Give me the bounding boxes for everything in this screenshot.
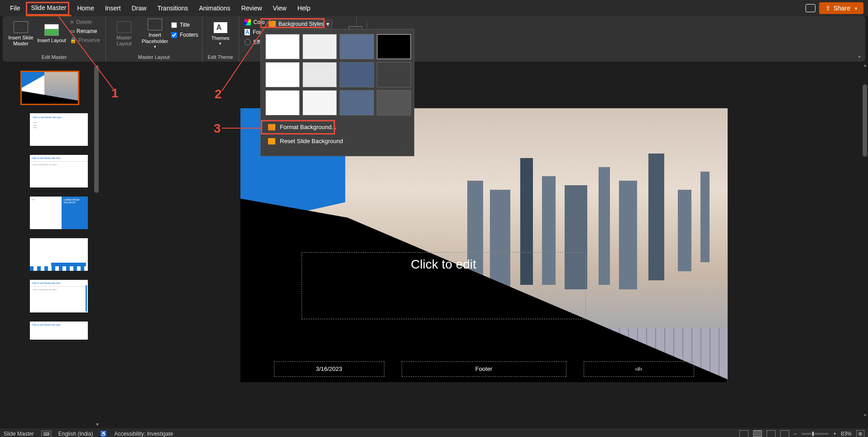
delete-button: ✕Delete bbox=[68, 18, 102, 26]
share-label: Share bbox=[834, 5, 850, 12]
status-accessibility[interactable]: Accessibility: Investigate bbox=[114, 431, 173, 437]
bg-swatch-5[interactable] bbox=[265, 62, 300, 87]
fit-to-window-button[interactable]: ⊕ bbox=[856, 430, 864, 437]
annotation-num-2: 2 bbox=[215, 87, 222, 101]
thumbnail-panel: ▴ Click to edit Master title style • tex… bbox=[0, 62, 100, 428]
share-button[interactable]: ⇧ Share ▾ bbox=[819, 2, 863, 14]
share-icon: ⇧ bbox=[825, 5, 831, 12]
master-thumbnail[interactable] bbox=[20, 71, 79, 105]
zoom-out-button[interactable]: − bbox=[794, 431, 797, 437]
slide-edit-area: Click to edit 3/16/2023 Footer ‹#› ▴ ▾ bbox=[100, 62, 868, 428]
rename-button[interactable]: ▭Rename bbox=[68, 27, 102, 35]
bg-swatch-12[interactable] bbox=[377, 90, 411, 115]
bg-swatch-10[interactable] bbox=[302, 90, 337, 115]
bg-swatch-11[interactable] bbox=[340, 90, 374, 115]
background-swatch-grid bbox=[264, 32, 411, 117]
tab-draw[interactable]: Draw bbox=[126, 1, 152, 15]
title-placeholder[interactable]: Click to edit bbox=[302, 252, 586, 319]
chevron-down-icon: ▾ bbox=[219, 41, 221, 46]
tab-review[interactable]: Review bbox=[236, 1, 268, 15]
slideshow-button[interactable] bbox=[780, 430, 789, 437]
layout-thumbnail-5[interactable]: Click to edit Master title style • Click… bbox=[30, 280, 88, 312]
group-edit-theme: A Themes ▾ Edit Theme bbox=[202, 16, 239, 62]
comments-icon[interactable] bbox=[806, 4, 815, 12]
bg-swatch-1[interactable] bbox=[265, 34, 300, 59]
bg-swatch-3[interactable] bbox=[340, 34, 374, 59]
reset-background-icon bbox=[268, 138, 275, 144]
background-styles-button[interactable]: Background Styles ▾ bbox=[265, 19, 333, 29]
layout-thumbnail-1[interactable]: Click to edit Master title style • text•… bbox=[30, 113, 88, 146]
tab-slide-master[interactable]: Slide Master bbox=[26, 0, 72, 16]
accessibility-icon: ♿ bbox=[100, 431, 107, 437]
footer-placeholder[interactable]: Footer bbox=[402, 361, 566, 377]
group-edit-master: Insert Slide Master Insert Layout ✕Delet… bbox=[3, 16, 106, 62]
layout-icon bbox=[44, 24, 59, 36]
insert-placeholder-button[interactable]: Insert Placeholder ▾ bbox=[140, 18, 169, 50]
slide-number-placeholder[interactable]: ‹#› bbox=[584, 361, 694, 377]
annotation-num-3: 3 bbox=[214, 121, 221, 136]
keyboard-icon[interactable]: ⌨ bbox=[41, 431, 51, 437]
effects-icon bbox=[245, 39, 251, 45]
menubar: File Slide Master Home Insert Draw Trans… bbox=[0, 0, 868, 16]
status-language[interactable]: English (India) bbox=[58, 431, 93, 437]
slide-scrollbar[interactable]: ▴ ▾ bbox=[861, 62, 868, 428]
bg-swatch-9[interactable] bbox=[265, 90, 300, 115]
tab-transitions[interactable]: Transitions bbox=[152, 1, 193, 15]
background-styles-icon bbox=[269, 21, 276, 27]
group-master-layout: Master Layout Insert Placeholder ▾ Title… bbox=[106, 16, 202, 62]
chevron-down-icon: ▾ bbox=[326, 21, 329, 27]
ribbon: Insert Slide Master Insert Layout ✕Delet… bbox=[3, 16, 865, 62]
title-checkbox[interactable]: Title bbox=[171, 22, 198, 28]
fonts-icon: A bbox=[245, 29, 250, 35]
tab-help[interactable]: Help bbox=[292, 1, 316, 15]
tab-file[interactable]: File bbox=[5, 1, 26, 15]
workspace: ▴ Click to edit Master title style • tex… bbox=[0, 62, 868, 428]
zoom-slider[interactable] bbox=[801, 433, 829, 435]
bg-swatch-7[interactable] bbox=[340, 62, 374, 87]
thumbnail-scrollbar-thumb[interactable] bbox=[94, 66, 99, 193]
tab-insert[interactable]: Insert bbox=[100, 1, 126, 15]
scroll-down-icon[interactable]: ▾ bbox=[864, 413, 866, 418]
normal-view-button[interactable] bbox=[739, 430, 748, 437]
date-placeholder[interactable]: 3/16/2023 bbox=[274, 361, 384, 377]
bg-swatch-4[interactable] bbox=[377, 34, 411, 59]
tab-animations[interactable]: Animations bbox=[193, 1, 235, 15]
annotation-num-1: 1 bbox=[111, 86, 119, 101]
slide-sorter-button[interactable] bbox=[753, 430, 762, 437]
format-background-menuitem[interactable]: Format Background... bbox=[264, 120, 411, 134]
layout-thumbnail-6[interactable]: Click to edit Master title style bbox=[30, 322, 88, 340]
insert-slide-master-button[interactable]: Insert Slide Master bbox=[6, 18, 35, 50]
chevron-down-icon: ▾ bbox=[855, 6, 857, 11]
themes-button[interactable]: A Themes ▾ bbox=[206, 18, 235, 50]
reset-slide-background-menuitem[interactable]: Reset Slide Background bbox=[264, 134, 411, 148]
slide-master-icon bbox=[14, 21, 28, 33]
dropdown-resize-handle[interactable]: ⋰ bbox=[264, 148, 411, 153]
footers-checkbox[interactable]: Footers bbox=[171, 32, 198, 38]
zoom-level[interactable]: 83% bbox=[841, 431, 852, 437]
thumbnail-scrollbar[interactable] bbox=[92, 62, 100, 428]
placeholder-icon bbox=[148, 19, 162, 30]
insert-layout-button[interactable]: Insert Layout bbox=[37, 18, 66, 50]
reading-view-button[interactable] bbox=[767, 430, 776, 437]
layout-thumbnail-4[interactable] bbox=[30, 238, 88, 271]
statusbar: Slide Master ⌨ English (India) ♿ Accessi… bbox=[0, 428, 868, 437]
chevron-down-icon: ▾ bbox=[154, 44, 156, 49]
group-label-edit-theme: Edit Theme bbox=[206, 53, 235, 60]
colors-icon bbox=[245, 19, 251, 25]
layout-thumbnail-3[interactable]: textLOREM IPSUM DOLOR SIT bbox=[30, 197, 88, 229]
themes-icon: A bbox=[213, 22, 228, 34]
status-mode: Slide Master bbox=[4, 431, 34, 437]
layout-thumbnail-2[interactable]: Click to edit Master title style • Click… bbox=[30, 155, 88, 187]
background-styles-dropdown: Format Background... Reset Slide Backgro… bbox=[260, 29, 414, 156]
annotation-line-3 bbox=[222, 128, 261, 129]
zoom-in-button[interactable]: + bbox=[833, 431, 836, 437]
ribbon-expand-button[interactable]: ⌄ bbox=[857, 53, 862, 59]
delete-icon: ✕ bbox=[70, 19, 74, 25]
bg-swatch-2[interactable] bbox=[302, 34, 337, 59]
tab-home[interactable]: Home bbox=[72, 1, 99, 15]
slide-scrollbar-thumb[interactable] bbox=[863, 84, 867, 157]
tab-view[interactable]: View bbox=[268, 1, 292, 15]
bg-swatch-8[interactable] bbox=[377, 62, 411, 87]
bg-swatch-6[interactable] bbox=[302, 62, 337, 87]
scroll-up-icon[interactable]: ▴ bbox=[864, 62, 866, 67]
